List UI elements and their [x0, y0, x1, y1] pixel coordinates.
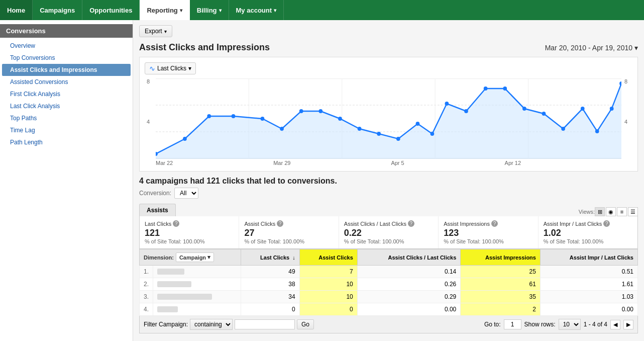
row-last-clicks-1: 49: [241, 266, 300, 278]
th-impr-ratio[interactable]: Assist Impr / Last Clicks: [540, 249, 637, 266]
svg-point-15: [299, 109, 303, 113]
svg-marker-8: [156, 83, 621, 159]
row-impr-ratio-1: 0.51: [540, 266, 637, 278]
th-assist-impressions[interactable]: Assist Impressions: [461, 249, 541, 266]
rows-per-page-select[interactable]: 10: [559, 319, 581, 330]
svg-point-25: [484, 87, 488, 91]
page-title: Assist Clicks and Impressions: [139, 42, 270, 53]
stat-impr-ratio-pct: % of Site Total: 100.00%: [544, 238, 632, 244]
chart-container: ∿ Last Clicks ▾ 8 4 8 4: [139, 57, 638, 172]
svg-point-23: [445, 102, 449, 106]
conversion-select[interactable]: All: [174, 188, 198, 199]
dim-select-button[interactable]: Campaign ▾: [176, 252, 214, 262]
export-button[interactable]: Export ▾: [139, 25, 172, 37]
assist-impressions-help-icon[interactable]: ?: [491, 220, 498, 227]
sidebar-item-top-conversions[interactable]: Top Conversions: [0, 52, 133, 64]
filter-go-button[interactable]: Go: [297, 319, 314, 329]
table-row: 2. ██████████ 38 10 0.26 61 1.61: [140, 278, 638, 291]
row-campaign-1[interactable]: ████████: [153, 266, 241, 278]
chart-type-selector[interactable]: ∿ Last Clicks ▾: [145, 62, 196, 74]
chart-x-labels: Mar 22 Mar 29 Apr 5 Apr 12: [156, 159, 621, 166]
row-campaign-2[interactable]: ██████████: [153, 278, 241, 291]
sidebar: Conversions Overview Top Conversions Ass…: [0, 20, 133, 341]
sidebar-item-overview[interactable]: Overview: [0, 40, 133, 52]
stat-assist-ratio-label: Assist Clicks / Last Clicks: [344, 221, 406, 227]
prev-page-button[interactable]: ◀: [610, 320, 620, 329]
chart-view-icon[interactable]: ◉: [606, 207, 616, 216]
row-assist-impressions-4: 2: [461, 303, 541, 316]
chart-svg: [156, 78, 621, 159]
th-last-clicks[interactable]: Last Clicks ↓: [241, 249, 300, 266]
nav-campaigns[interactable]: Campaigns: [33, 0, 82, 20]
svg-point-21: [416, 122, 420, 126]
nav-myaccount[interactable]: My account ▾: [229, 0, 284, 20]
myaccount-dropdown-arrow: ▾: [274, 8, 276, 13]
th-dimension[interactable]: Dimension: Campaign ▾: [140, 249, 241, 266]
pagination-range: 1 - 4 of 4: [584, 321, 607, 328]
row-campaign-3[interactable]: ████████████████: [153, 291, 241, 303]
views-label: Views:: [579, 209, 595, 215]
detail-view-icon[interactable]: ☰: [628, 207, 638, 216]
table-row: 3. ████████████████ 34 10 0.29 35 1.03: [140, 291, 638, 303]
svg-point-19: [377, 132, 381, 136]
nav-opportunities[interactable]: Opportunities: [82, 0, 140, 20]
filter-type-select[interactable]: containing: [190, 319, 233, 330]
th-assist-clicks[interactable]: Assist Clicks: [299, 249, 357, 266]
row-assist-impressions-1: 25: [461, 266, 541, 278]
row-assist-ratio-1: 0.14: [357, 266, 461, 278]
chart-y-labels-left: 8 4: [145, 78, 155, 159]
last-clicks-help-icon[interactable]: ?: [173, 220, 179, 227]
sidebar-item-top-paths[interactable]: Top Paths: [0, 112, 133, 124]
nav-billing[interactable]: Billing ▾: [190, 0, 229, 20]
line-chart-icon: ∿: [149, 64, 155, 72]
page-input[interactable]: [504, 319, 521, 329]
svg-point-20: [396, 137, 400, 141]
stat-assist-clicks-value: 27: [244, 228, 333, 238]
stat-last-clicks: Last Clicks ? 121 % of Site Total: 100.0…: [140, 216, 239, 248]
stat-impr-ratio-label: Assist Impr / Last Clicks: [544, 221, 602, 227]
goto-label: Go to:: [484, 321, 501, 328]
svg-point-27: [522, 107, 526, 111]
next-page-button[interactable]: ▶: [623, 320, 633, 329]
date-range-selector[interactable]: Mar 20, 2010 - Apr 19, 2010 ▾: [545, 44, 638, 52]
row-assist-ratio-2: 0.26: [357, 278, 461, 291]
assists-tab[interactable]: Assists: [139, 204, 176, 216]
main-content: Export ▾ Assist Clicks and Impressions M…: [133, 20, 644, 341]
date-range-arrow-icon: ▾: [634, 44, 638, 52]
conversion-label: Conversion:: [139, 190, 171, 197]
table-row: 1. ████████ 49 7 0.14 25 0.51: [140, 266, 638, 278]
svg-point-16: [318, 109, 323, 113]
sidebar-item-assisted-conversions[interactable]: Assisted Conversions: [0, 76, 133, 88]
filter-section: Filter Campaign: containing Go: [144, 319, 314, 330]
stat-assist-clicks-pct: % of Site Total: 100.00%: [244, 238, 333, 244]
stats-row: Last Clicks ? 121 % of Site Total: 100.0…: [139, 216, 638, 249]
sidebar-item-assist-clicks[interactable]: Assist Clicks and Impressions: [2, 64, 131, 76]
table-row: 4. ██████ 0 0 0.00 2 0.00: [140, 303, 638, 316]
nav-home[interactable]: Home: [0, 0, 33, 20]
sidebar-item-time-lag[interactable]: Time Lag: [0, 124, 133, 136]
th-assist-clicks-ratio[interactable]: Assist Clicks / Last Clicks: [357, 249, 461, 266]
sidebar-item-first-click[interactable]: First Click Analysis: [0, 88, 133, 100]
billing-dropdown-arrow: ▾: [219, 8, 222, 13]
stat-assist-impressions-label: Assist Impressions: [444, 221, 490, 227]
filter-input[interactable]: [235, 319, 295, 329]
row-assist-clicks-2: 10: [299, 278, 357, 291]
table-footer: Filter Campaign: containing Go Go to: Sh…: [139, 316, 638, 333]
stat-last-clicks-value: 121: [145, 228, 234, 238]
stat-impr-ratio: Assist Impr / Last Clicks ? 1.02 % of Si…: [539, 216, 637, 248]
stat-assist-clicks-label: Assist Clicks: [244, 221, 275, 227]
grid-view-icon[interactable]: ⊞: [595, 207, 605, 216]
stat-impr-ratio-value: 1.02: [544, 228, 632, 238]
nav-reporting[interactable]: Reporting ▾: [140, 0, 189, 20]
sidebar-item-last-click[interactable]: Last Click Analysis: [0, 100, 133, 112]
sidebar-item-path-length[interactable]: Path Length: [0, 136, 133, 148]
pagination-section: Go to: Show rows: 10 1 - 4 of 4 ◀ ▶: [484, 319, 633, 330]
impr-ratio-help-icon[interactable]: ?: [603, 220, 610, 227]
assist-clicks-help-icon[interactable]: ?: [277, 220, 283, 227]
assist-ratio-help-icon[interactable]: ?: [408, 220, 414, 227]
list-view-icon[interactable]: ≡: [617, 207, 627, 216]
chart-area: 8 4 8 4: [145, 78, 632, 159]
svg-point-14: [280, 127, 284, 131]
row-campaign-4[interactable]: ██████: [153, 303, 241, 316]
row-num-4: 4.: [140, 303, 153, 316]
